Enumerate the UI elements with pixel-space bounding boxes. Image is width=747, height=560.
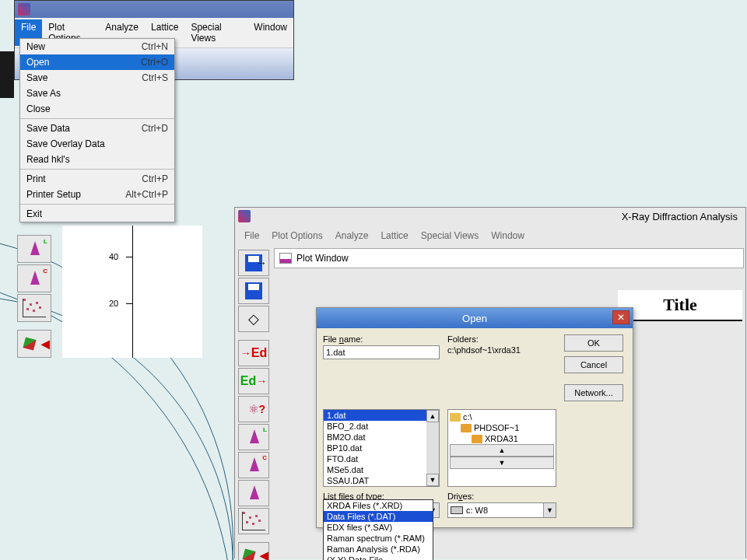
menu2-special-views[interactable]: Special Views	[415, 228, 485, 243]
type-option[interactable]: XRDA Files (*.XRD)	[324, 500, 433, 511]
file-type-dropdown: XRDA Files (*.XRD)Data Files (*.DAT)EDX …	[323, 499, 433, 560]
drives-combo[interactable]: c: W8 ▼	[447, 502, 556, 518]
close-button[interactable]: ✕	[612, 310, 630, 324]
network-button[interactable]: Network...	[564, 384, 623, 401]
file-menu-dropdown: NewCtrl+NOpenCtrl+OSaveCtrl+SSave AsClos…	[19, 38, 175, 222]
tree-item[interactable]: XRDA31	[450, 433, 554, 444]
file-list-item[interactable]: BFO_2.dat	[324, 421, 439, 432]
question-icon: ?	[258, 403, 265, 415]
folder-icon	[461, 424, 472, 432]
erase-button[interactable]: ◇	[238, 306, 269, 332]
cube-icon	[239, 547, 258, 560]
plot-area: Plot Window Title Open ✕ File name:	[272, 247, 745, 559]
titlebar-2[interactable]: X-Ray Diffraction Analysis	[235, 208, 745, 225]
file-list-item[interactable]: BP10.dat	[324, 443, 439, 453]
dialog-titlebar[interactable]: Open ✕	[317, 308, 633, 328]
menu-item-new[interactable]: NewCtrl+N	[20, 39, 174, 54]
type-option[interactable]: Raman Analysis (*.RDA)	[324, 544, 433, 555]
scatter-icon	[242, 512, 265, 530]
scatter-button[interactable]	[238, 508, 269, 534]
scrollbar[interactable]: ▲▼	[426, 410, 439, 486]
dialog-title-text: Open	[462, 313, 487, 324]
window-title: X-Ray Diffraction Analysis	[622, 211, 742, 222]
menu-item-print[interactable]: PrintCtrl+P	[20, 171, 174, 187]
save-arrow-button[interactable]: →	[238, 250, 269, 276]
scroll-down-icon[interactable]: ▼	[450, 457, 554, 469]
presentation-edge	[0, 51, 14, 98]
ed-icon: Ed	[240, 374, 256, 388]
peak-l-icon	[23, 240, 46, 258]
file-list-item[interactable]: SSAU.DAT	[324, 475, 439, 486]
peak-l-button[interactable]	[17, 235, 51, 263]
axis-tick-label: 20	[109, 299, 118, 308]
titlebar[interactable]	[15, 1, 293, 18]
scatter-icon	[23, 299, 46, 317]
type-option[interactable]: EDX files (*.SAV)	[324, 522, 433, 533]
peak-c-button[interactable]	[238, 452, 269, 478]
erase-icon: ◇	[248, 310, 259, 327]
menu-special-views[interactable]: Special Views	[184, 19, 247, 46]
plot-window-label: Plot Window	[296, 253, 349, 264]
scatter-button[interactable]	[17, 294, 51, 322]
file-list[interactable]: 1.datBFO_2.datBM2O.datBP10.datFTO.datMSe…	[323, 409, 440, 487]
file-list-item[interactable]: MSe5.dat	[324, 464, 439, 475]
plot-title: Title	[618, 290, 742, 321]
menu-window[interactable]: Window	[247, 19, 293, 46]
cancel-button[interactable]: Cancel	[564, 356, 623, 373]
molecule-q-button[interactable]: ⚛?	[238, 396, 269, 422]
type-option[interactable]: (X,Y) Data File	[324, 555, 433, 560]
type-option[interactable]: Data Files (*.DAT)	[324, 511, 433, 522]
file-name-label: File name:	[323, 334, 440, 344]
folder-icon	[472, 435, 482, 443]
axis-tick-label: 40	[109, 252, 118, 261]
file-list-item[interactable]: 1.dat	[324, 410, 439, 421]
plot-window-titlebar[interactable]: Plot Window	[274, 248, 744, 268]
scroll-up-icon[interactable]: ▲	[426, 410, 439, 422]
menu-item-exit[interactable]: Exit	[20, 206, 174, 222]
peak-c-button[interactable]	[17, 264, 51, 292]
menubar-2: File Plot Options Analyze Lattice Specia…	[235, 225, 745, 247]
scroll-up-icon[interactable]: ▲	[450, 444, 554, 457]
tree-item[interactable]: c:\	[450, 411, 554, 422]
menu-item-save[interactable]: SaveCtrl+S	[20, 70, 174, 86]
menu-item-printer-setup[interactable]: Printer SetupAlt+Ctrl+P	[20, 187, 174, 202]
peak-l-button[interactable]	[238, 424, 269, 450]
menu2-window[interactable]: Window	[485, 228, 531, 243]
chevron-down-icon[interactable]: ▼	[543, 503, 556, 517]
menu2-file[interactable]: File	[238, 228, 265, 243]
menu2-analyze[interactable]: Analyze	[329, 228, 375, 243]
menu-item-save-data[interactable]: Save DataCtrl+D	[20, 121, 174, 136]
peak-button[interactable]	[238, 480, 269, 506]
file-list-item[interactable]: BM2O.dat	[324, 432, 439, 443]
menu-item-save-as[interactable]: Save As	[20, 86, 174, 101]
save-button[interactable]	[238, 278, 269, 304]
ok-button[interactable]: OK	[564, 334, 623, 352]
tree-item[interactable]: PHDSOF~1	[450, 422, 554, 433]
arrow-left-icon: ◀	[41, 338, 50, 350]
menu-item-close[interactable]: Close	[20, 101, 174, 117]
file-list-item[interactable]: FTO.dat	[324, 453, 439, 464]
ed-green-button[interactable]: Ed→	[238, 368, 269, 394]
file-name-input[interactable]	[323, 345, 440, 359]
molecule-icon: ⚛	[248, 402, 259, 417]
scroll-down-icon[interactable]: ▼	[426, 474, 439, 486]
arrow-icon: →	[256, 257, 267, 269]
menu-item-read-hkl-s[interactable]: Read hkl's	[20, 152, 174, 167]
menu2-plot-options[interactable]: Plot Options	[265, 228, 328, 243]
cube-exit-button[interactable]: ◀	[238, 542, 269, 560]
menu-item-open[interactable]: OpenCtrl+O	[20, 54, 174, 70]
folder-icon	[450, 413, 461, 422]
close-icon: ✕	[617, 312, 625, 323]
folder-tree[interactable]: c:\PHDSOF~1XRDA31▲▼	[447, 409, 556, 487]
left-toolbar: ◀	[14, 233, 54, 359]
exit-button[interactable]: ◀	[17, 330, 51, 358]
type-option[interactable]: Raman spectrum (*.RAM)	[324, 533, 433, 544]
menu-item-save-overlay-data[interactable]: Save Overlay Data	[20, 136, 174, 152]
file-list-item[interactable]: YAG1.dat	[324, 486, 439, 487]
menu2-lattice[interactable]: Lattice	[374, 228, 414, 243]
scrollbar[interactable]: ▲▼	[450, 444, 554, 469]
app-window-2: X-Ray Diffraction Analysis File Plot Opt…	[234, 207, 746, 558]
ed-red-button[interactable]: →Ed	[238, 340, 269, 366]
drive-icon	[451, 506, 463, 514]
app-icon	[18, 3, 30, 16]
